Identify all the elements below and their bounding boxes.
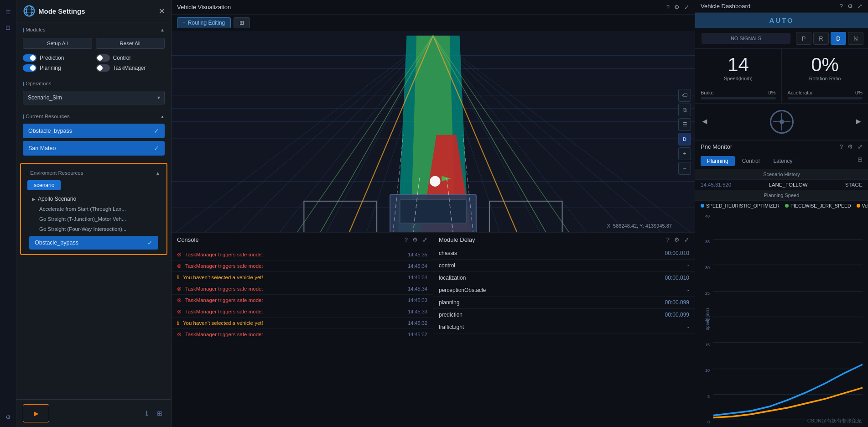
planning-toggle[interactable] bbox=[23, 64, 36, 72]
scenario-history-row: 14:45:31:520 LANE_FOLLOW STAGE bbox=[695, 180, 868, 190]
left-icons-bar: ☰ ⊡ ⚙ bbox=[0, 0, 16, 427]
layers-icon[interactable]: ⊡ bbox=[2, 21, 15, 34]
operations-select-wrapper[interactable]: Scenario_Sim bbox=[23, 91, 165, 104]
gear-d[interactable]: D bbox=[831, 32, 846, 45]
viz-ctrl-minus[interactable]: − bbox=[678, 162, 691, 175]
dashboard-settings-icon[interactable]: ⚙ bbox=[847, 3, 853, 10]
pnc-tab-control[interactable]: Control bbox=[736, 156, 766, 166]
brake-col: Brake 0% bbox=[695, 86, 782, 103]
scenario-tag[interactable]: scenario bbox=[27, 180, 61, 190]
scenario-history: Scenario History 14:45:31:520 LANE_FOLLO… bbox=[695, 169, 868, 190]
pnc-filter-icon[interactable]: ⊟ bbox=[858, 156, 863, 166]
console-msg: TaskManager triggers safe mode: bbox=[185, 263, 397, 269]
setup-all-button[interactable]: Setup All bbox=[23, 38, 92, 49]
gear-p[interactable]: P bbox=[796, 32, 811, 45]
chart-area: 40 35 30 25 20 15 10 5 0 Speed (m/s) bbox=[695, 211, 868, 427]
gear-r[interactable]: R bbox=[813, 32, 829, 45]
console-warn-icon: ℹ bbox=[177, 320, 179, 326]
pnc-expand-icon[interactable]: ⤢ bbox=[858, 143, 863, 150]
sidebar-body: Modules ▲ Setup All Reset All Prediction bbox=[16, 22, 171, 427]
sidebar-bottom: ▶ ℹ ⊞ bbox=[16, 399, 171, 427]
dashboard-expand-icon[interactable]: ⤢ bbox=[858, 3, 863, 10]
console-msg: TaskManager triggers safe mode: bbox=[185, 252, 397, 257]
delay-row: trafficLight- bbox=[433, 321, 695, 333]
tree-arrow-icon: ▶ bbox=[32, 197, 36, 202]
control-toggle[interactable] bbox=[96, 54, 110, 62]
taskmanager-toggle-item: TaskManager bbox=[96, 64, 165, 72]
wheel-right-arrow-icon[interactable]: ► bbox=[854, 117, 863, 126]
viz-expand-icon[interactable]: ⤢ bbox=[684, 4, 689, 10]
prediction-label: Prediction bbox=[40, 55, 64, 61]
viz-ctrl-copy[interactable]: ⧉ bbox=[678, 104, 691, 116]
legend-orange-dot bbox=[857, 204, 860, 208]
delay-settings-icon[interactable]: ⚙ bbox=[674, 236, 680, 243]
delay-help-icon[interactable]: ? bbox=[666, 236, 670, 243]
modules-chevron-icon: ▲ bbox=[160, 27, 165, 32]
tree-child-1[interactable]: Go Straight (T-Junction)_Motor Veh... bbox=[29, 214, 158, 224]
tree-child-2[interactable]: Go Straight (Four-Way Intersection)... bbox=[29, 224, 158, 234]
apollo-logo-icon bbox=[23, 5, 36, 17]
operations-select[interactable]: Scenario_Sim bbox=[23, 91, 165, 104]
env-resources-section-header[interactable]: Enviroment Resources ▲ bbox=[21, 166, 166, 178]
apollo-scenario-parent[interactable]: ▶ Apollo Scenario bbox=[29, 194, 158, 204]
console-msg: You haven't selected a vehicle yet! bbox=[183, 275, 397, 280]
tab-grid[interactable]: ⊞ bbox=[234, 17, 250, 28]
brake-bar-bg bbox=[701, 97, 776, 99]
tab-routing-editing[interactable]: ≡ Routing Editing bbox=[177, 17, 231, 28]
pnc-settings-icon[interactable]: ⚙ bbox=[847, 143, 853, 150]
console-expand-icon[interactable]: ⤢ bbox=[422, 236, 427, 243]
menu-icon[interactable]: ☰ bbox=[2, 5, 15, 18]
reset-all-button[interactable]: Reset All bbox=[96, 38, 165, 49]
control-toggle-item: Control bbox=[96, 54, 165, 62]
play-button[interactable]: ▶ bbox=[23, 404, 49, 422]
legend-label-vehicle: VehicleSpeed bbox=[862, 203, 868, 208]
pnc-tab-latency[interactable]: Latency bbox=[767, 156, 799, 166]
speed-box: 14 Speed(km/h) bbox=[695, 49, 782, 86]
brake-label: Brake 0% bbox=[701, 90, 776, 95]
info-icon[interactable]: ℹ bbox=[143, 407, 150, 419]
close-button[interactable]: ✕ bbox=[159, 7, 165, 16]
rotation-box: 0% Rotation Ratio bbox=[782, 49, 868, 86]
tree-child-active[interactable]: Obstacle_bypass ✓ bbox=[29, 236, 158, 250]
console-time: 14:45:34 bbox=[401, 263, 427, 269]
gear-n[interactable]: N bbox=[848, 32, 863, 45]
delay-module-value: - bbox=[687, 324, 689, 330]
resource-item-san-mateo[interactable]: San Mateo ✓ bbox=[23, 141, 165, 156]
viz-ctrl-tag[interactable]: 🏷 bbox=[678, 89, 691, 102]
sidebar: Mode Settings ✕ Modules ▲ Setup All Rese… bbox=[16, 0, 172, 427]
viz-settings-icon[interactable]: ⚙ bbox=[674, 4, 680, 10]
prediction-toggle[interactable] bbox=[23, 54, 36, 62]
current-resources-section-header[interactable]: Current Resources ▲ bbox=[16, 109, 171, 122]
viz-ctrl-layers[interactable]: ☰ bbox=[678, 118, 691, 131]
tree-child-0[interactable]: Accelerate from Start (Through Lan... bbox=[29, 204, 158, 214]
chart-header: Planning Speed bbox=[695, 190, 868, 201]
prediction-toggle-item: Prediction bbox=[23, 54, 92, 62]
console-error-icon: ⊗ bbox=[177, 286, 182, 292]
modules-section-header[interactable]: Modules ▲ bbox=[16, 22, 171, 35]
resource-item-obstacle-bypass[interactable]: Obstacle_bypass ✓ bbox=[23, 124, 165, 138]
grid-icon[interactable]: ⊞ bbox=[155, 407, 165, 419]
dashboard-help-icon[interactable]: ? bbox=[840, 3, 843, 10]
control-label: Control bbox=[113, 55, 131, 61]
grid-tab-label: ⊞ bbox=[239, 20, 244, 26]
delay-expand-icon[interactable]: ⤢ bbox=[684, 236, 689, 243]
console-msg: TaskManager triggers safe mode: bbox=[185, 286, 397, 292]
coords-display: X: 586248.42, Y: 4139945.87 bbox=[607, 223, 672, 229]
console-help-icon[interactable]: ? bbox=[405, 236, 408, 243]
viz-panel-icons: ? ⚙ ⤢ bbox=[666, 4, 689, 10]
y-label-0: 0 bbox=[697, 420, 710, 424]
pnc-help-icon[interactable]: ? bbox=[840, 143, 843, 150]
operations-section-header[interactable]: Operations bbox=[16, 76, 171, 89]
viz-ctrl-plus[interactable]: + bbox=[678, 147, 691, 160]
delay-module-value: 00:00.010 bbox=[665, 250, 689, 256]
viz-ctrl-d[interactable]: D bbox=[678, 133, 691, 146]
settings-icon[interactable]: ⚙ bbox=[2, 411, 15, 423]
console-settings-icon[interactable]: ⚙ bbox=[412, 236, 418, 243]
wheel-left-arrow-icon[interactable]: ◄ bbox=[701, 117, 709, 126]
taskmanager-toggle[interactable] bbox=[96, 64, 110, 72]
module-toggles: Prediction Control Planning bbox=[16, 52, 171, 76]
play-icon: ▶ bbox=[34, 410, 39, 417]
pnc-tab-planning[interactable]: Planning bbox=[701, 156, 735, 166]
env-resources-body: scenario ▶ Apollo Scenario Accelerate fr… bbox=[21, 178, 166, 252]
viz-help-icon[interactable]: ? bbox=[666, 4, 670, 10]
